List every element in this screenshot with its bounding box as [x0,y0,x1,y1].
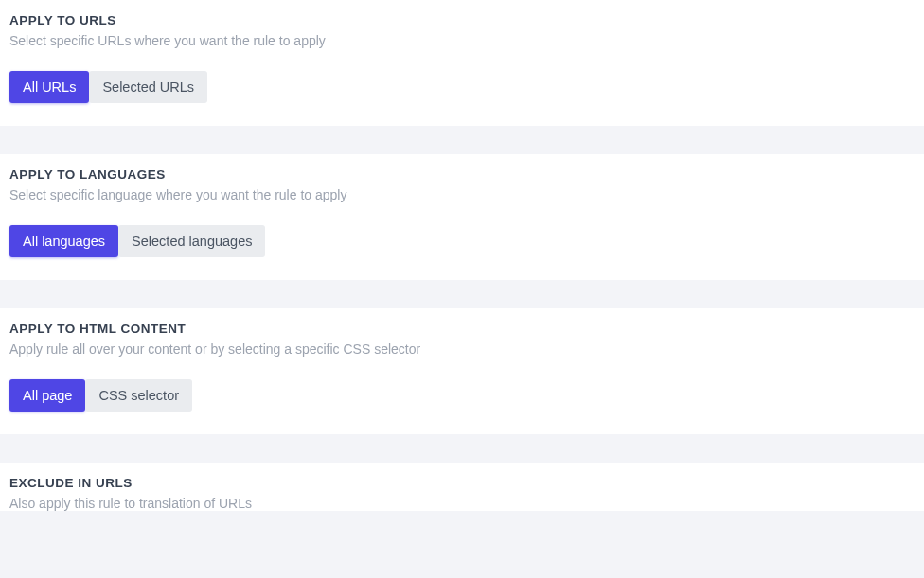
apply-html-subtitle: Apply rule all over your content or by s… [9,342,915,357]
apply-html-section: APPLY TO HTML CONTENT Apply rule all ove… [0,308,924,434]
exclude-urls-subtitle: Also apply this rule to translation of U… [9,496,915,511]
apply-languages-subtitle: Select specific language where you want … [9,187,915,202]
section-gap [0,126,924,154]
apply-urls-title: APPLY TO URLS [9,13,915,27]
exclude-urls-title: EXCLUDE IN URLS [9,476,915,490]
selected-urls-button[interactable]: Selected URLs [89,71,207,103]
apply-languages-title: APPLY TO LANGUAGES [9,167,915,182]
apply-languages-section: APPLY TO LANGUAGES Select specific langu… [0,154,924,280]
css-selector-button[interactable]: CSS selector [85,379,192,412]
all-languages-button[interactable]: All languages [9,225,118,257]
section-gap [0,280,924,308]
apply-urls-subtitle: Select specific URLs where you want the … [9,33,915,48]
apply-languages-toggle-group: All languages Selected languages [9,225,265,257]
apply-html-title: APPLY TO HTML CONTENT [9,322,915,336]
apply-urls-toggle-group: All URLs Selected URLs [9,71,207,103]
apply-urls-section: APPLY TO URLS Select specific URLs where… [0,0,924,126]
apply-html-toggle-group: All page CSS selector [9,379,192,412]
section-gap [0,434,924,463]
exclude-urls-section: EXCLUDE IN URLS Also apply this rule to … [0,463,924,511]
all-urls-button[interactable]: All URLs [9,71,89,103]
selected-languages-button[interactable]: Selected languages [118,225,265,257]
all-page-button[interactable]: All page [9,379,85,412]
